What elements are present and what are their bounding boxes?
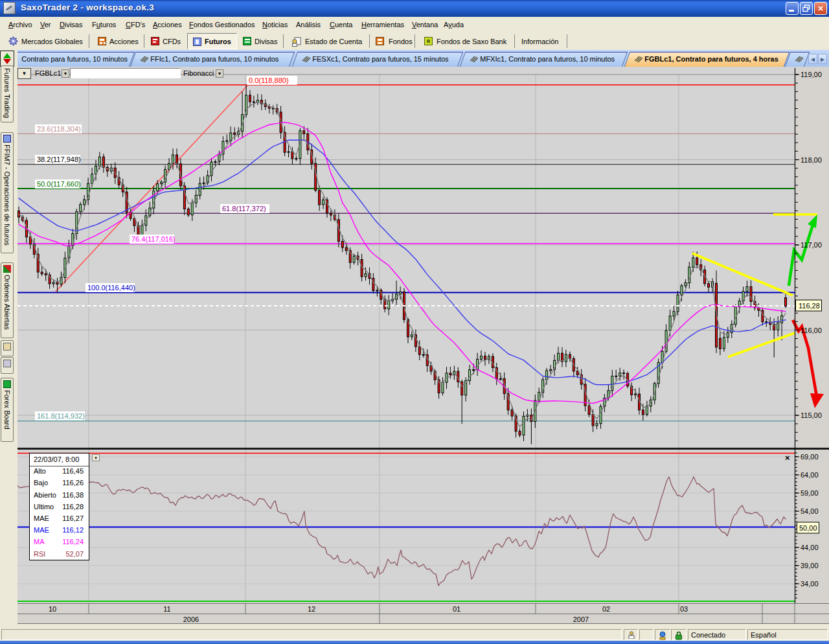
svg-text:115,00: 115,00	[801, 411, 822, 419]
svg-text:34,00: 34,00	[801, 580, 819, 588]
svg-text:116,28: 116,28	[799, 302, 820, 310]
svg-text:50,00: 50,00	[799, 524, 817, 532]
svg-text:161.8(114,932): 161.8(114,932)	[37, 412, 85, 420]
svg-text:116,00: 116,00	[801, 327, 822, 334]
svg-text:×: ×	[785, 453, 790, 463]
svg-text:2006: 2006	[183, 615, 199, 623]
svg-text:11: 11	[163, 605, 170, 613]
svg-text:03: 03	[680, 605, 688, 613]
svg-text:38.2(117,948): 38.2(117,948)	[37, 155, 81, 163]
svg-text:100.0(116,440): 100.0(116,440)	[87, 284, 135, 292]
svg-text:54,00: 54,00	[801, 507, 819, 515]
svg-text:12: 12	[308, 605, 315, 613]
svg-text:61.8(117,372): 61.8(117,372)	[222, 205, 266, 213]
svg-text:76.4(117,016): 76.4(117,016)	[131, 235, 176, 243]
svg-text:64,00: 64,00	[801, 471, 819, 479]
svg-text:10: 10	[49, 605, 56, 613]
svg-text:50.0(117,660): 50.0(117,660)	[37, 180, 81, 188]
svg-text:02: 02	[602, 605, 610, 613]
svg-text:59,00: 59,00	[801, 489, 819, 497]
svg-text:44,00: 44,00	[801, 544, 819, 551]
svg-text:39,00: 39,00	[801, 562, 819, 569]
svg-text:2007: 2007	[573, 615, 589, 623]
svg-text:118,00: 118,00	[801, 156, 822, 164]
svg-text:01: 01	[453, 605, 460, 613]
svg-text:119,00: 119,00	[801, 71, 822, 78]
svg-text:69,00: 69,00	[801, 453, 819, 461]
svg-text:117,00: 117,00	[801, 241, 822, 249]
svg-text:23.6(118,304): 23.6(118,304)	[37, 125, 81, 133]
